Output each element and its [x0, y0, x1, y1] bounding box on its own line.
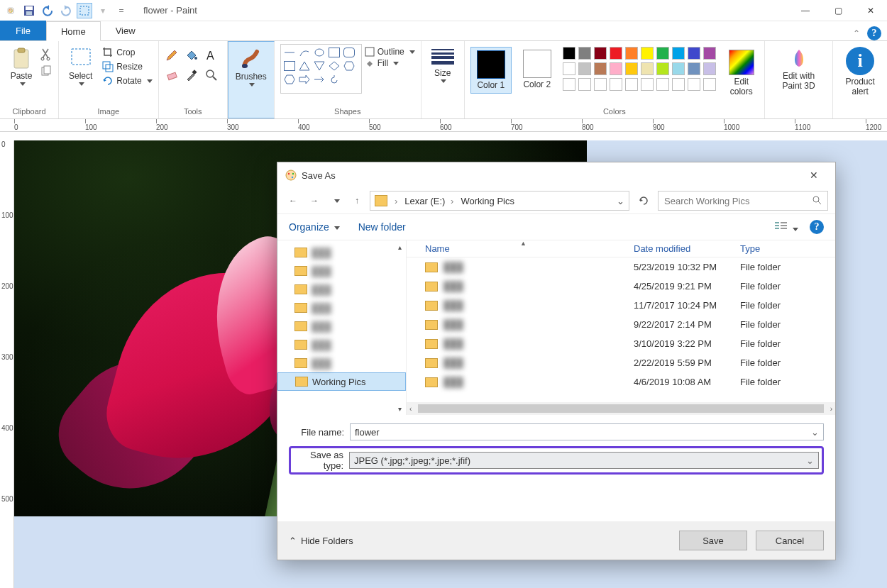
color-swatch[interactable] [688, 62, 700, 75]
product-alert-button[interactable]: i Product alert [839, 44, 881, 99]
select-button[interactable]: Select [65, 44, 97, 89]
color-swatch-empty[interactable] [641, 78, 654, 91]
color-swatch[interactable] [563, 47, 575, 60]
crop-button[interactable]: Crop [102, 47, 152, 58]
tree-scroll-up[interactable]: ▴ [395, 242, 404, 252]
magnifier-tool[interactable] [204, 68, 221, 85]
file-row[interactable]: ███9/22/2017 2:14 PMFile folder [407, 315, 835, 334]
minimize-ribbon-icon[interactable]: ⌃ [853, 28, 860, 38]
newfolder-button[interactable]: New folder [358, 221, 406, 233]
horizontal-scrollbar[interactable]: ‹ › [407, 402, 835, 415]
paste-button[interactable]: Paste [6, 44, 37, 89]
file-row[interactable]: ███2/22/2019 5:59 PMFile folder [407, 353, 835, 372]
color-swatch-empty[interactable] [672, 78, 685, 91]
tree-item[interactable]: ███ [277, 243, 406, 262]
filename-input[interactable]: flower⌄ [350, 423, 824, 440]
color-swatch[interactable] [688, 47, 700, 60]
file-rows[interactable]: ███5/23/2019 10:32 PMFile folder███4/25/… [407, 257, 835, 402]
tree-item[interactable]: ███ [277, 262, 406, 280]
refresh-button[interactable] [634, 191, 654, 211]
copy-icon[interactable] [40, 65, 53, 78]
rotate-button[interactable]: Rotate [102, 75, 152, 87]
dialog-help-icon[interactable]: ? [810, 220, 824, 234]
edit-colors-button[interactable]: Edit colors [725, 47, 759, 99]
color-swatch[interactable] [641, 47, 654, 60]
minimize-button[interactable]: — [789, 0, 822, 21]
color-swatch-empty[interactable] [703, 78, 716, 91]
color-swatch[interactable] [641, 62, 654, 75]
color-swatch-empty[interactable] [594, 78, 607, 91]
crumb-drive[interactable]: Lexar (E:) [404, 196, 453, 206]
cancel-button[interactable]: Cancel [756, 531, 824, 550]
tree-item[interactable]: ███ [277, 280, 406, 299]
color-swatch[interactable] [610, 47, 622, 60]
crumb-folder[interactable]: Working Pics [461, 196, 514, 206]
color-swatch[interactable] [672, 62, 685, 75]
color-swatch[interactable] [610, 62, 622, 75]
color-swatch-empty[interactable] [610, 78, 622, 91]
tab-view[interactable]: View [101, 21, 150, 40]
tree-item[interactable]: ███ [277, 354, 406, 372]
organize-button[interactable]: Organize [289, 221, 340, 233]
qat-select-dotted[interactable] [77, 3, 92, 18]
file-row[interactable]: ███11/7/2017 10:24 PMFile folder [407, 296, 835, 315]
color-swatch[interactable] [578, 62, 591, 75]
color-swatch[interactable] [625, 47, 638, 60]
resize-button[interactable]: Resize [102, 61, 152, 72]
color-swatch[interactable] [578, 47, 591, 60]
fill-button[interactable]: Fill [365, 58, 415, 68]
paint3d-button[interactable]: Edit with Paint 3D [771, 44, 827, 94]
color-swatch[interactable] [703, 47, 716, 60]
cut-icon[interactable] [40, 48, 53, 61]
pencil-tool[interactable] [165, 48, 182, 65]
qat-save[interactable] [21, 3, 37, 18]
color-swatch[interactable] [563, 62, 575, 75]
color1-button[interactable]: Color 1 [470, 47, 512, 94]
folder-tree[interactable]: ▴ ▾ █████████████████████Working Pics [277, 240, 407, 415]
fill-tool[interactable] [184, 48, 202, 65]
file-row[interactable]: ███5/23/2019 10:32 PMFile folder [407, 257, 835, 277]
text-tool[interactable]: A [204, 48, 221, 65]
dialog-close-button[interactable]: ✕ [800, 170, 828, 181]
file-row[interactable]: ███4/25/2019 9:21 PMFile folder [407, 277, 835, 296]
color-swatch[interactable] [672, 47, 685, 60]
tree-item[interactable]: Working Pics [277, 372, 406, 391]
filetype-select[interactable]: JPEG (*.jpg;*.jpeg;*.jpe;*.jfif)⌄ [349, 452, 819, 469]
size-button[interactable]: Size [427, 44, 458, 86]
help-icon[interactable]: ? [867, 26, 881, 40]
color-swatch[interactable] [656, 47, 669, 60]
shapes-gallery[interactable] [280, 44, 362, 94]
color-swatch[interactable] [594, 62, 607, 75]
qat-redo[interactable] [58, 3, 74, 18]
color-swatch-empty[interactable] [578, 78, 591, 91]
path-dropdown-icon[interactable]: ⌄ [617, 196, 624, 206]
nav-recent-button[interactable] [327, 192, 344, 209]
brushes-button[interactable]: Brushes [231, 45, 271, 89]
color-swatch[interactable] [703, 62, 716, 75]
file-list-header[interactable]: ▲Name Date modified Type [407, 240, 835, 257]
tree-item[interactable]: ███ [277, 317, 406, 335]
nav-forward-button[interactable]: → [306, 192, 323, 209]
search-input[interactable]: Search Working Pics [658, 191, 828, 211]
maximize-button[interactable]: ▢ [822, 0, 854, 21]
tab-file[interactable]: File [0, 21, 46, 40]
picker-tool[interactable] [184, 68, 202, 85]
view-button[interactable] [774, 221, 798, 234]
color2-button[interactable]: Color 2 [519, 47, 556, 92]
close-button[interactable]: ✕ [854, 0, 887, 21]
outline-button[interactable]: Outline [365, 47, 415, 57]
qat-dropdown[interactable]: = [114, 3, 129, 18]
nav-up-button[interactable]: ↑ [348, 192, 365, 209]
breadcrumb-path[interactable]: › Lexar (E:) Working Pics ⌄ [370, 191, 629, 211]
eraser-tool[interactable] [165, 68, 182, 85]
qat-undo[interactable] [40, 3, 55, 18]
file-row[interactable]: ███4/6/2019 10:08 AMFile folder [407, 372, 835, 392]
tab-home[interactable]: Home [46, 21, 101, 41]
tree-item[interactable]: ███ [277, 299, 406, 317]
color-swatch[interactable] [625, 62, 638, 75]
file-row[interactable]: ███3/10/2019 3:22 PMFile folder [407, 334, 835, 353]
nav-back-button[interactable]: ← [285, 192, 302, 209]
save-button[interactable]: Save [679, 531, 747, 550]
color-swatch-empty[interactable] [563, 78, 575, 91]
tree-item[interactable]: ███ [277, 335, 406, 354]
